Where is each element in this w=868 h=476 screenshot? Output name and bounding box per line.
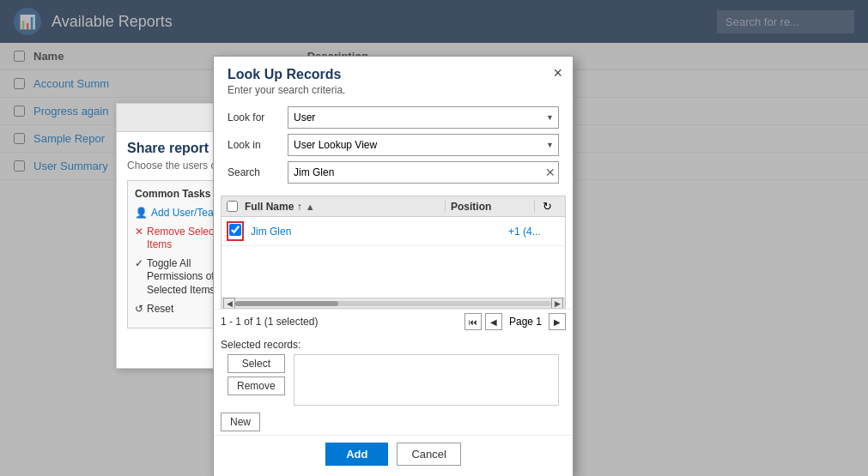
add-user-label: Add User/Team — [151, 207, 222, 220]
result-name[interactable]: Jim Glen — [251, 226, 505, 238]
lookup-horizontal-scrollbar[interactable]: ◀ ▶ — [222, 298, 565, 308]
search-row: Search ✕ — [228, 161, 559, 184]
action-buttons-col: Select Remove — [228, 354, 285, 406]
first-page-button[interactable]: ⏮ — [464, 313, 482, 330]
look-for-select-wrap: User Team Contact — [288, 106, 559, 129]
new-button[interactable]: New — [221, 413, 260, 431]
cancel-lookup-button[interactable]: Cancel — [397, 443, 460, 466]
scrollbar-thumb — [235, 301, 338, 306]
position-col-header: Position — [445, 201, 531, 213]
next-page-button[interactable]: ▶ — [549, 313, 566, 330]
result-checkbox-wrap — [227, 221, 244, 241]
select-button[interactable]: Select — [228, 354, 285, 373]
app-background: 📊 Available Reports Name Description Acc… — [0, 0, 868, 476]
page-label: Page 1 — [506, 316, 545, 328]
scroll-left-button[interactable]: ◀ — [223, 298, 235, 310]
lookup-footer: Add Cancel — [214, 435, 573, 476]
prev-page-button[interactable]: ◀ — [485, 313, 502, 330]
search-label: Search — [228, 166, 288, 178]
lookup-dialog-title: Look Up Records — [228, 67, 559, 82]
scrollbar-track — [235, 301, 551, 306]
lookup-dialog-subtitle: Enter your search criteria. — [228, 84, 559, 96]
look-in-select[interactable]: User Lookup View All Users — [288, 134, 559, 156]
page-navigation: ⏮ ◀ Page 1 ▶ — [464, 313, 566, 330]
selected-records-box — [294, 354, 559, 406]
select-all-results-checkbox[interactable] — [227, 201, 238, 212]
new-button-row: New — [221, 409, 566, 431]
scroll-right-button[interactable]: ▶ — [551, 298, 563, 310]
refresh-icon[interactable]: ↻ — [543, 200, 552, 213]
look-for-label: Look for — [228, 111, 288, 124]
actions-col: ↻ — [534, 200, 560, 213]
search-wrap: ✕ — [288, 161, 559, 184]
full-name-col-header: Full Name ↑ ▲ — [245, 201, 441, 213]
remove-icon: ✕ — [135, 226, 143, 239]
reset-icon: ↺ — [135, 303, 143, 316]
lookup-result-row[interactable]: Jim Glen +1 (4... — [222, 217, 565, 246]
result-row-checkbox[interactable] — [229, 224, 241, 236]
lookup-grid-header: Full Name ↑ ▲ Position ↻ — [222, 196, 565, 217]
reset-label: Reset — [147, 303, 173, 316]
selected-records-actions: Select Remove — [221, 354, 566, 409]
search-clear-button[interactable]: ✕ — [545, 166, 555, 178]
look-in-label: Look in — [228, 139, 288, 151]
lookup-pagination: 1 - 1 of 1 (1 selected) ⏮ ◀ Page 1 ▶ — [214, 309, 573, 334]
lookup-dialog-header: Look Up Records Enter your search criter… — [214, 57, 573, 99]
add-button[interactable]: Add — [325, 443, 388, 466]
add-user-icon: 👤 — [135, 207, 148, 220]
result-phone: +1 (4... — [508, 226, 560, 238]
lookup-results-grid: Full Name ↑ ▲ Position ↻ Jim Glen +1 (4.… — [221, 196, 566, 309]
look-in-row: Look in User Lookup View All Users — [228, 134, 559, 156]
lookup-form: Look for User Team Contact Look in User … — [214, 99, 573, 196]
look-for-row: Look for User Team Contact — [228, 106, 559, 129]
toggle-icon: ✓ — [135, 257, 143, 271]
look-in-select-wrap: User Lookup View All Users — [288, 134, 559, 156]
lookup-records-dialog: Look Up Records Enter your search criter… — [213, 56, 574, 476]
look-for-select[interactable]: User Team Contact — [288, 106, 559, 129]
search-input[interactable] — [288, 161, 559, 184]
selected-records-section: Selected records: Select Remove New — [214, 334, 573, 435]
lookup-scroll-area — [222, 246, 565, 298]
sort-icon: ▲ — [306, 202, 315, 212]
result-count: 1 - 1 of 1 (1 selected) — [221, 316, 318, 328]
selected-records-label: Selected records: — [221, 339, 566, 351]
lookup-close-button[interactable]: × — [553, 65, 562, 81]
remove-button[interactable]: Remove — [228, 377, 285, 395]
